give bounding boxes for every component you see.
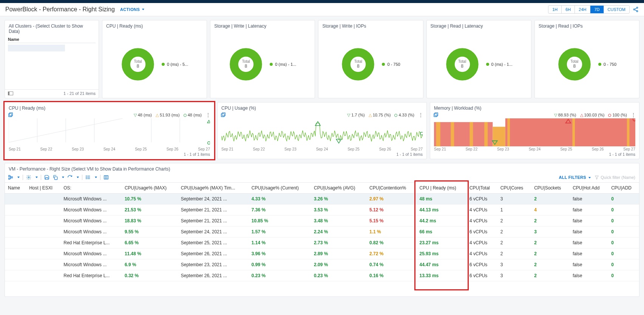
cluster-row[interactable] xyxy=(8,45,65,51)
table-row[interactable]: Red Hat Enterprise L...0.32 %September 2… xyxy=(5,270,639,281)
cell: 3.48 % xyxy=(311,216,366,227)
donut-title: Storage | Read | Latenacy xyxy=(427,20,531,30)
chart-tool-icon[interactable] xyxy=(433,112,439,118)
columns-icon[interactable] xyxy=(103,175,109,180)
column-header[interactable]: CPU|Hot Add xyxy=(570,183,608,194)
column-header[interactable]: CPU | Ready (ms) xyxy=(417,183,466,194)
cluster-row[interactable] xyxy=(8,51,96,58)
chart-tool-icon[interactable] xyxy=(221,112,226,118)
chart-area[interactable] xyxy=(9,118,210,146)
donut-total-label: Total xyxy=(134,59,142,64)
cell xyxy=(26,227,60,237)
column-header[interactable]: CPU|Usage% (AVG) xyxy=(311,183,366,194)
xaxis-tick: Sep 27 xyxy=(198,147,210,151)
cell: 0.74 % xyxy=(366,259,416,270)
cell: 2.72 % xyxy=(366,248,416,259)
column-header[interactable]: Host | ESXI xyxy=(26,183,60,194)
column-header[interactable]: CPU|Cores xyxy=(497,183,531,194)
cluster-row[interactable] xyxy=(8,65,96,72)
donut-chart[interactable]: Total8 xyxy=(341,47,375,81)
cell: September 26, 2021 ... xyxy=(178,270,249,281)
cell xyxy=(26,270,60,281)
cell: false xyxy=(570,227,608,237)
cell: 23.27 ms xyxy=(417,237,466,248)
time-range-custom[interactable]: CUSTOM xyxy=(604,6,629,13)
cluster-row[interactable] xyxy=(8,72,96,79)
cluster-scroll[interactable] xyxy=(8,45,96,89)
column-header[interactable]: Name xyxy=(5,183,26,194)
cell: 3 xyxy=(497,194,531,205)
quick-filter-input[interactable]: Quick filter (Name) xyxy=(595,175,635,180)
layout-toggle-icon[interactable] xyxy=(8,92,13,95)
chart-menu-icon[interactable]: ⋮ xyxy=(418,112,423,118)
table-row[interactable]: Red Hat Enterprise L...6.65 %September 2… xyxy=(5,237,639,248)
donut-chart[interactable]: Total8 xyxy=(558,47,591,81)
xaxis-tick: Sep 24 xyxy=(316,147,328,151)
actions-dropdown[interactable]: ACTIONS xyxy=(120,7,144,12)
stat-min: ▽ 88.93 (%) xyxy=(554,113,576,118)
cluster-row[interactable] xyxy=(8,85,96,89)
column-header[interactable]: CPU|Usage% (MAX) xyxy=(122,183,178,194)
cluster-row[interactable] xyxy=(8,79,96,85)
table-row[interactable]: Microsoft Windows ...6.9 %September 23, … xyxy=(5,259,639,270)
column-header[interactable]: CPU|Total xyxy=(466,183,497,194)
donut-total-value: 8 xyxy=(573,64,576,69)
cell: September 24, 2021 ... xyxy=(178,227,249,237)
column-header[interactable]: CPU|Sockets xyxy=(531,183,570,194)
xaxis-tick: Sep 21 xyxy=(9,147,21,151)
time-range-6h[interactable]: 6H xyxy=(562,6,575,13)
copy-icon[interactable] xyxy=(53,175,58,180)
cell: Microsoft Windows ... xyxy=(60,216,122,227)
cell: 2 xyxy=(531,248,570,259)
donut-chart[interactable]: Total8 xyxy=(121,47,155,81)
svg-rect-43 xyxy=(11,177,13,178)
cell: 0 xyxy=(608,205,639,216)
table-row[interactable]: Microsoft Windows ...10.75 %September 24… xyxy=(5,194,639,205)
cell: false xyxy=(570,237,608,248)
refresh-icon[interactable] xyxy=(67,175,73,180)
column-header[interactable]: OS: xyxy=(60,183,122,194)
cur-marker-icon xyxy=(207,141,210,145)
svg-rect-37 xyxy=(627,118,630,146)
time-range-24h[interactable]: 24H xyxy=(575,6,590,13)
chart-tool-icon[interactable] xyxy=(8,112,13,118)
tree-icon[interactable] xyxy=(8,175,13,180)
cell: 2 xyxy=(497,237,531,248)
donut-chart[interactable]: Total8 xyxy=(445,47,479,81)
chart-title: Memory | Workload (%) xyxy=(430,102,639,112)
cell xyxy=(5,237,26,248)
all-filters-button[interactable]: ALL FILTERS xyxy=(559,175,591,180)
chart-area[interactable] xyxy=(221,118,423,146)
chart-menu-icon[interactable]: ⋮ xyxy=(205,112,211,118)
cluster-column-header[interactable]: Name xyxy=(8,37,96,43)
stat-cur: 48 (ms) xyxy=(184,113,202,117)
list-icon[interactable] xyxy=(85,175,91,180)
cluster-row[interactable] xyxy=(8,58,96,65)
gear-icon[interactable] xyxy=(26,175,31,180)
time-range-7d[interactable]: 7D xyxy=(590,6,604,13)
column-header[interactable]: CPU|Contention% xyxy=(366,183,416,194)
table-row[interactable]: Microsoft Windows ...21.53 %September 21… xyxy=(5,205,639,216)
column-header[interactable]: CPU|Usage% (Current) xyxy=(249,183,311,194)
cell: 1.1 % xyxy=(366,227,416,237)
column-header[interactable]: CPU|ADD xyxy=(608,183,639,194)
chart-menu-icon[interactable]: ⋮ xyxy=(631,112,636,118)
share-icon[interactable] xyxy=(633,6,639,12)
vm-data-table: NameHost | ESXIOS:CPU|Usage% (MAX)CPU|Us… xyxy=(5,183,639,281)
cell: 0.23 % xyxy=(249,270,311,281)
chart-area[interactable] xyxy=(434,118,635,146)
table-row[interactable]: Microsoft Windows ...9.55 %September 24,… xyxy=(5,227,639,237)
xaxis-tick: Sep 27 xyxy=(623,147,635,151)
column-header[interactable]: CPU|Usage% (MAX) Tim... xyxy=(178,183,249,194)
cell: 3.53 % xyxy=(311,205,366,216)
donut-total-value: 8 xyxy=(461,64,463,69)
save-icon[interactable] xyxy=(44,175,49,180)
svg-point-49 xyxy=(86,176,86,176)
table-row[interactable]: Microsoft Windows ...11.48 %September 26… xyxy=(5,248,639,259)
time-range-1h[interactable]: 1H xyxy=(548,6,562,13)
donut-chart[interactable]: Total8 xyxy=(229,47,263,81)
time-range-selector: 1H6H24H7DCUSTOM xyxy=(548,5,630,14)
cell xyxy=(5,216,26,227)
table-row[interactable]: Microsoft Windows ...18.83 %September 21… xyxy=(5,216,639,227)
cell: 4 xyxy=(531,205,570,216)
